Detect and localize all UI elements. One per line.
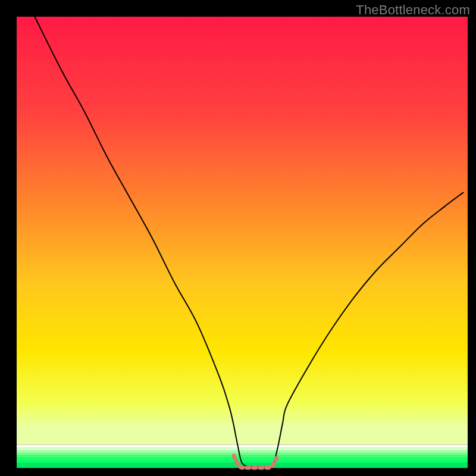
svg-rect-2 (17, 447, 468, 450)
svg-rect-4 (17, 453, 468, 456)
chart-frame: TheBottleneck.com (0, 0, 476, 476)
svg-rect-0 (17, 17, 468, 445)
svg-rect-3 (17, 450, 468, 453)
svg-rect-5 (17, 455, 468, 458)
bottleneck-chart (0, 0, 476, 476)
svg-rect-6 (17, 458, 468, 461)
svg-rect-1 (17, 445, 468, 448)
watermark-text: TheBottleneck.com (356, 2, 470, 18)
